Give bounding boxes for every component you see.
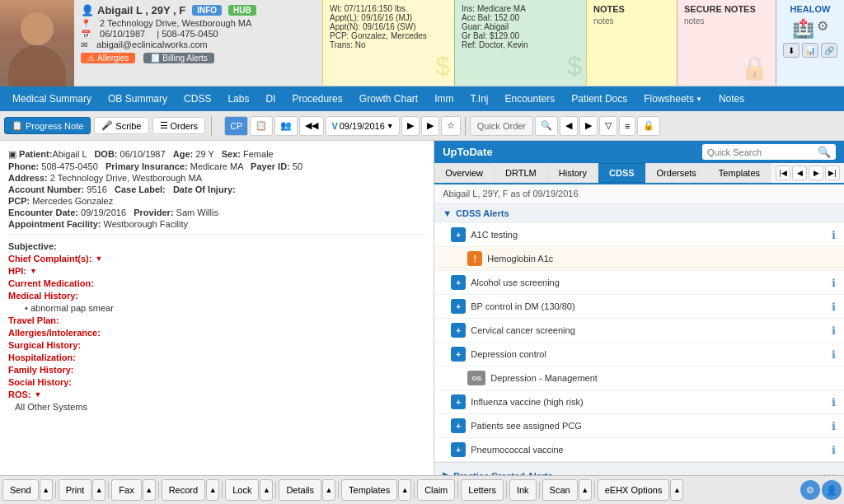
nav-cdss[interactable]: CDSS xyxy=(176,86,219,111)
nav-procedures[interactable]: Procedures xyxy=(284,86,350,111)
ink-button[interactable]: Ink xyxy=(509,479,537,501)
record-button[interactable]: Record xyxy=(162,479,205,501)
nav-t-inj[interactable]: T.Inj xyxy=(462,86,496,111)
billing-alerts-button[interactable]: 🧾 Billing Alerts xyxy=(143,53,213,63)
tab-history[interactable]: History xyxy=(548,163,598,183)
lock2-button[interactable]: 🔒 xyxy=(637,116,660,136)
bp-info-icon[interactable]: ℹ xyxy=(832,301,836,313)
prev-button[interactable]: ◀◀ xyxy=(299,116,324,136)
ros-label[interactable]: ROS: ▼ xyxy=(8,390,425,399)
tab-templates[interactable]: Templates xyxy=(708,163,771,183)
next-button[interactable]: ▶ xyxy=(401,116,420,136)
back-button[interactable]: ◀ xyxy=(560,116,578,136)
quick-search-input[interactable] xyxy=(707,147,814,157)
search-button[interactable]: 🔍 xyxy=(535,116,558,136)
tab-nav-last[interactable]: ▶| xyxy=(825,166,840,180)
templates-button[interactable]: Templates xyxy=(341,479,397,501)
tab-ordersets[interactable]: Ordersets xyxy=(646,163,707,183)
allergies-button[interactable]: ⚠ Allergies xyxy=(81,53,135,63)
details-arrow[interactable]: ▲ xyxy=(322,479,335,501)
tab-nav-first[interactable]: |◀ xyxy=(776,166,790,180)
send-arrow[interactable]: ▲ xyxy=(40,479,53,501)
pcg-info-icon[interactable]: ℹ xyxy=(832,420,836,432)
print-button[interactable]: Print xyxy=(59,479,92,501)
sort-button[interactable]: ≡ xyxy=(619,116,635,136)
lock-button[interactable]: Lock xyxy=(225,479,259,501)
lock-arrow[interactable]: ▲ xyxy=(260,479,273,501)
cdss-item-pcg[interactable]: + Patients see assigned PCG ℹ xyxy=(434,414,844,438)
person-round-btn[interactable]: 👤 xyxy=(822,480,842,500)
cdss-item-bp[interactable]: + BP control in DM (130/80) ℹ xyxy=(434,295,844,319)
cdss-item-alcohol[interactable]: + Alcohol use screening ℹ xyxy=(434,271,844,295)
next-next-button[interactable]: ▶ xyxy=(421,116,439,136)
healow-btn-1[interactable]: ⬇ xyxy=(783,43,799,58)
medical-history-label[interactable]: Medical History: xyxy=(8,291,425,301)
family-history-label[interactable]: Family History: xyxy=(8,365,425,375)
cdss-alerts-header[interactable]: ▼ CDSS Alerts xyxy=(434,203,844,223)
cdss-item-depression-mgmt[interactable]: OS Depression - Management xyxy=(434,366,844,390)
alcohol-info-icon[interactable]: ℹ xyxy=(832,277,836,289)
social-history-label[interactable]: Social History: xyxy=(8,377,425,387)
hpi-label[interactable]: HPI: ▼ xyxy=(8,266,425,276)
nav-labs[interactable]: Labs xyxy=(219,86,257,111)
nav-flowsheets[interactable]: Flowsheets ▼ xyxy=(635,86,710,111)
cdss-item-hemoglobin[interactable]: ! Hemoglobin A1c xyxy=(434,247,844,271)
healow-btn-2[interactable]: 📊 xyxy=(802,43,818,58)
hospitalization-label[interactable]: Hospitalization: xyxy=(8,352,425,362)
a1c-info-icon[interactable]: ℹ xyxy=(832,229,836,241)
depression-control-info-icon[interactable]: ℹ xyxy=(832,348,836,361)
cdss-item-influenza[interactable]: + Influenza vaccine (high risk) ℹ xyxy=(434,390,844,414)
copy-button[interactable]: 📋 xyxy=(250,116,273,136)
quick-order[interactable]: Quick Order xyxy=(470,116,533,136)
notes-card[interactable]: NOTES notes xyxy=(586,0,677,86)
date-selector[interactable]: V 09/19/2016 ▼ xyxy=(326,116,399,136)
record-arrow[interactable]: ▲ xyxy=(206,479,219,501)
details-button[interactable]: Details xyxy=(279,479,321,501)
travel-plan-label[interactable]: Travel Plan: xyxy=(8,315,425,325)
nav-di[interactable]: DI xyxy=(257,86,284,111)
scan-button[interactable]: Scan xyxy=(542,479,578,501)
eehx-button[interactable]: eEHX Options xyxy=(598,479,670,501)
letters-button[interactable]: Letters xyxy=(461,479,504,501)
hub-button[interactable]: HUB xyxy=(228,5,256,16)
info-button[interactable]: INFO xyxy=(192,5,222,16)
progress-note-tab[interactable]: 📋 Progress Note xyxy=(4,117,91,134)
influenza-info-icon[interactable]: ℹ xyxy=(832,396,836,408)
cdss-item-cervical[interactable]: + Cervical cancer screening ℹ xyxy=(434,319,844,343)
tab-cdss[interactable]: CDSS xyxy=(598,163,645,183)
nav-medical-summary[interactable]: Medical Summary xyxy=(4,86,100,111)
current-med-label[interactable]: Current Medication: xyxy=(8,278,425,288)
chief-complaint-label[interactable]: Chief Complaint(s): ▼ xyxy=(8,254,425,264)
eehx-arrow[interactable]: ▲ xyxy=(670,479,683,501)
tab-nav-next[interactable]: ▶ xyxy=(809,166,823,180)
star-button[interactable]: ☆ xyxy=(441,116,461,136)
surgical-history-label[interactable]: Surgical History: xyxy=(8,340,425,350)
filter-button[interactable]: ▽ xyxy=(599,116,617,136)
print-arrow[interactable]: ▲ xyxy=(92,479,106,501)
cervical-info-icon[interactable]: ℹ xyxy=(832,324,836,337)
orders-tab[interactable]: ☰ Orders xyxy=(152,117,206,134)
search-icon[interactable]: 🔍 xyxy=(818,146,831,158)
cdss-item-depression-control[interactable]: + Depression control ℹ xyxy=(434,343,844,366)
pneumococcal-info-icon[interactable]: ℹ xyxy=(832,444,836,456)
nav-growth-chart[interactable]: Growth Chart xyxy=(351,86,426,111)
claim-button[interactable]: Claim xyxy=(417,479,455,501)
settings-round-btn[interactable]: ⚙ xyxy=(800,480,820,500)
allergies-intolerance-label[interactable]: Allergies/Intolerance: xyxy=(8,328,425,338)
practice-alerts-header[interactable]: ▶ Practice Created Alerts ⋯ xyxy=(434,463,844,475)
practice-dots[interactable]: ⋯ xyxy=(823,468,836,475)
cdss-item-a1c[interactable]: + A1C testing ℹ xyxy=(434,223,844,247)
cdss-item-pneumococcal[interactable]: + Pneumococcal vaccine ℹ xyxy=(434,438,844,462)
nav-imm[interactable]: Imm xyxy=(426,86,462,111)
group-button[interactable]: 👥 xyxy=(274,116,298,136)
secure-notes-card[interactable]: SECURE NOTES notes 🔒 xyxy=(677,0,776,86)
date-dropdown-arrow[interactable]: ▼ xyxy=(387,122,394,130)
nav-patient-docs[interactable]: Patient Docs xyxy=(563,86,635,111)
healow-settings-icon[interactable]: ⚙ xyxy=(817,18,828,40)
nav-notes[interactable]: Notes xyxy=(710,86,753,111)
nav-encounters[interactable]: Encounters xyxy=(497,86,564,111)
fax-arrow[interactable]: ▲ xyxy=(143,479,156,501)
tab-nav-prev[interactable]: ◀ xyxy=(792,166,807,180)
scribe-tab[interactable]: 🎤 Scribe xyxy=(94,117,148,134)
scan-arrow[interactable]: ▲ xyxy=(579,479,592,501)
